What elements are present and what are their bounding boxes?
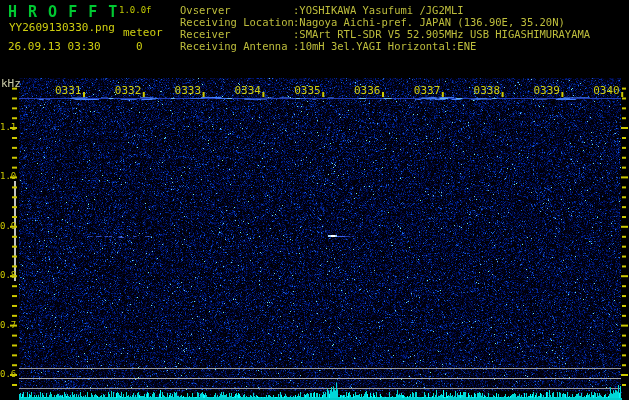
- x-tick-label: 0333: [175, 84, 202, 97]
- station-row-label: Receiver: [180, 28, 293, 40]
- station-row-value: :YOSHIKAWA Yasufumi /JG2MLI: [293, 4, 464, 16]
- x-tick-label: 0340: [593, 84, 620, 97]
- x-tick-label: 0335: [294, 84, 321, 97]
- hrofft-window: H R O F F T 1.0.0f YY2609130330.png mete…: [0, 0, 629, 400]
- station-row-value: :10mH 3el.YAGI Horizontal:ENE: [293, 40, 476, 52]
- station-row: Ovserver:YOSHIKAWA Yasufumi /JG2MLI: [180, 4, 590, 16]
- y-axis-unit-label: kHz: [1, 77, 21, 90]
- x-tick-label: 0338: [474, 84, 501, 97]
- x-tick-label: 0332: [115, 84, 142, 97]
- x-tick-label: 0337: [414, 84, 441, 97]
- y-tick-label: 1.0: [0, 171, 16, 181]
- x-tick-label: 0331: [55, 84, 82, 97]
- station-row-value: :SMArt RTL-SDR V5 52.905MHz USB HIGASHIM…: [293, 28, 590, 40]
- meteor-count: 0: [136, 40, 143, 53]
- station-row-value: :Nagoya Aichi-pref. JAPAN (136.90E, 35.2…: [293, 16, 565, 28]
- station-row-label: Receiving Antenna: [180, 40, 293, 52]
- mode-label: meteor: [123, 26, 163, 39]
- x-tick-label: 0334: [234, 84, 261, 97]
- station-row-label: Receiving Location: [180, 16, 293, 28]
- x-tick-label: 0339: [533, 84, 560, 97]
- output-filename: YY2609130330.png: [9, 21, 115, 34]
- station-info: Ovserver:YOSHIKAWA Yasufumi /JG2MLIRecei…: [180, 4, 590, 52]
- y-tick-label: 0.6: [0, 369, 16, 379]
- station-row: Receiving Antenna:10mH 3el.YAGI Horizont…: [180, 40, 590, 52]
- station-row: Receiver:SMArt RTL-SDR V5 52.905MHz USB …: [180, 28, 590, 40]
- spectrogram-canvas: [0, 0, 629, 400]
- y-tick-label: 0.8: [0, 270, 16, 280]
- y-tick-label: 1.1: [0, 122, 16, 132]
- station-row: Receiving Location:Nagoya Aichi-pref. JA…: [180, 16, 590, 28]
- station-row-label: Ovserver: [180, 4, 293, 16]
- y-tick-label: 0.9: [0, 221, 16, 231]
- y-tick-label: 0.7: [0, 320, 16, 330]
- x-tick-label: 0336: [354, 84, 381, 97]
- app-title: H R O F F T: [8, 3, 118, 21]
- app-version: 1.0.0f: [119, 5, 152, 15]
- datetime-label: 26.09.13 03:30: [8, 40, 101, 53]
